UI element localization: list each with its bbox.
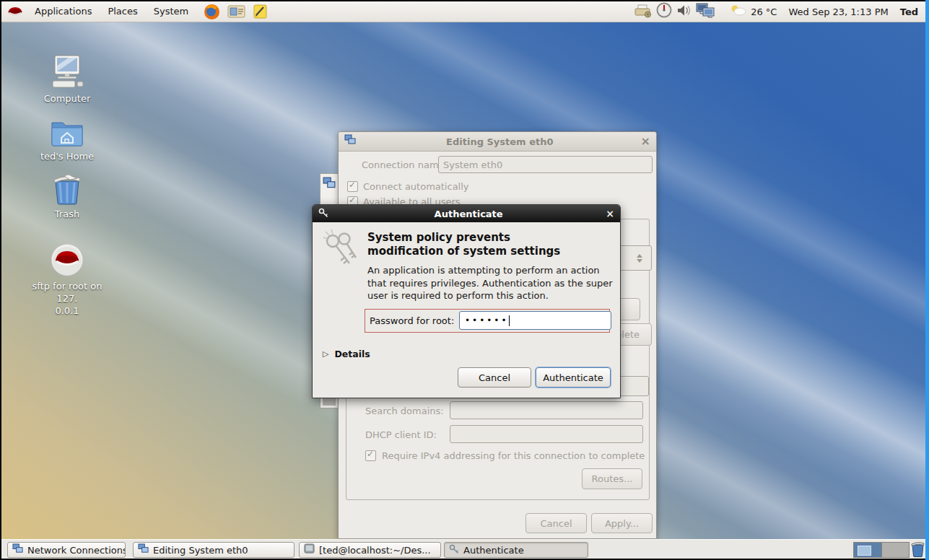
- desktop-icon-label: sftp for root on 127.: [24, 280, 110, 305]
- printer-icon[interactable]: [634, 3, 652, 21]
- taskbar-button-label: Network Connections: [27, 545, 126, 556]
- redhat-menu-icon[interactable]: [7, 4, 23, 19]
- taskbar-button-label: Authenticate: [463, 545, 524, 556]
- top-panel: Applications Places System: [1, 1, 925, 22]
- desktop-icon-label: Trash: [24, 208, 110, 220]
- taskbar-button-editing-system-eth0[interactable]: Editing System eth0: [133, 542, 295, 558]
- terminal-icon: [304, 543, 315, 556]
- desktop-icon-label: ted's Home: [24, 150, 110, 162]
- checkbox-checked-icon: [347, 181, 358, 192]
- temperature-label[interactable]: 26 °C: [751, 6, 777, 17]
- home-folder-icon: [50, 118, 84, 150]
- volume-icon[interactable]: [676, 4, 692, 20]
- network-icon: [323, 177, 336, 193]
- network-icon: [344, 134, 356, 149]
- auth-body-text: An application is attempting to perform …: [367, 264, 621, 302]
- desktop-icon-sftp[interactable]: sftp for root on 127. 0.0.1: [24, 242, 110, 317]
- search-domains-entry: [450, 401, 643, 419]
- clock-label[interactable]: Wed Sep 23, 1:13 PM: [788, 6, 888, 17]
- password-input[interactable]: ••••••: [459, 311, 611, 330]
- firefox-icon[interactable]: [204, 4, 220, 20]
- desktop-icon-home[interactable]: ted's Home: [24, 118, 110, 162]
- workspace-2[interactable]: [881, 543, 910, 557]
- authenticate-dialog: Authenticate × System policy prevents mo…: [312, 204, 621, 398]
- auth-titlebar[interactable]: Authenticate ×: [313, 205, 620, 222]
- workspace-window-thumb: [858, 546, 871, 556]
- auth-heading-line2: modification of system settings: [367, 245, 560, 258]
- taskbar: Network Connections Editing System eth0 …: [1, 539, 925, 559]
- user-menu[interactable]: Ted: [900, 6, 918, 17]
- routes-button-label: Routes...: [592, 473, 633, 484]
- password-row: Password for root: ••••••: [365, 309, 610, 333]
- dhcp-client-id-label: DHCP client ID:: [365, 429, 437, 440]
- auth-authenticate-label: Authenticate: [543, 372, 603, 383]
- trash-icon: [50, 172, 84, 208]
- keys-illustration-icon: [322, 228, 361, 273]
- monitors-icon[interactable]: [696, 2, 715, 22]
- taskbar-button-authenticate[interactable]: Authenticate: [444, 542, 588, 558]
- editor-titlebar[interactable]: Editing System eth0 ×: [339, 132, 656, 152]
- connect-automatically-row: Connect automatically: [347, 181, 469, 192]
- details-expander[interactable]: ▷ Details: [323, 349, 370, 359]
- password-label: Password for root:: [365, 315, 454, 326]
- editor-apply-label: Apply...: [605, 518, 639, 529]
- editor-cancel-label: Cancel: [540, 518, 572, 529]
- text-cursor: [509, 315, 510, 326]
- desktop-icon-trash[interactable]: Trash: [24, 172, 110, 220]
- weather-icon[interactable]: [730, 4, 746, 19]
- computer-icon: [47, 54, 87, 92]
- taskbar-button-label: [ted@localhost:~/Des...: [319, 545, 431, 556]
- trash-applet-icon[interactable]: [910, 541, 925, 560]
- require-ipv4-label: Require IPv4 addressing for this connect…: [382, 450, 645, 461]
- network-icon: [12, 543, 23, 556]
- editor-apply-button: Apply...: [591, 513, 653, 533]
- key-icon: [318, 207, 328, 221]
- connect-automatically-label: Connect automatically: [363, 181, 469, 192]
- require-ipv4-row: Require IPv4 addressing for this connect…: [365, 450, 645, 461]
- taskbar-button-terminal[interactable]: [ted@localhost:~/Des...: [299, 542, 441, 558]
- sftp-redhat-icon: [49, 242, 85, 280]
- auth-dialog-title: Authenticate: [331, 209, 606, 219]
- desktop-icon-label: Computer: [24, 92, 110, 105]
- connection-name-label: Connection name:: [362, 159, 448, 170]
- combo-arrows-icon: [637, 254, 647, 263]
- email-icon[interactable]: [227, 4, 245, 19]
- auth-cancel-button[interactable]: Cancel: [458, 367, 531, 388]
- auth-heading: System policy prevents modification of s…: [367, 231, 560, 258]
- password-value: ••••••: [465, 315, 508, 325]
- taskbar-button-label: Editing System eth0: [153, 545, 248, 556]
- workspace-1[interactable]: [854, 543, 881, 557]
- auth-heading-line1: System policy prevents: [367, 231, 560, 245]
- screen-right-edge: [925, 0, 929, 560]
- desktop-icon-label-line2: 0.0.1: [24, 305, 110, 317]
- taskbar-button-network-connections[interactable]: Network Connections: [7, 542, 126, 558]
- auth-close-button[interactable]: ×: [606, 208, 614, 219]
- menu-system[interactable]: System: [146, 1, 196, 22]
- connection-name-value: System eth0: [443, 159, 502, 170]
- screen: Computer ted's Home: [0, 0, 929, 560]
- checkbox-checked-icon: [365, 450, 376, 461]
- auth-cancel-label: Cancel: [479, 372, 510, 383]
- network-icon: [138, 543, 149, 556]
- search-domains-label: Search domains:: [365, 406, 444, 416]
- auth-authenticate-button[interactable]: Authenticate: [536, 367, 611, 388]
- dhcp-client-id-entry: [450, 425, 643, 443]
- editor-close-button[interactable]: ×: [641, 136, 650, 147]
- routes-button: Routes...: [582, 468, 642, 489]
- editor-window-title: Editing System eth0: [359, 136, 641, 147]
- gauge-icon[interactable]: [656, 2, 672, 21]
- menu-applications[interactable]: Applications: [27, 1, 100, 22]
- expander-triangle-icon: ▷: [323, 349, 328, 359]
- connection-name-entry: System eth0: [438, 156, 653, 173]
- notes-icon[interactable]: [253, 4, 268, 19]
- details-label: Details: [334, 349, 370, 359]
- editor-cancel-button: Cancel: [525, 513, 587, 533]
- menu-places[interactable]: Places: [100, 1, 145, 22]
- key-icon: [449, 544, 459, 556]
- workspace-switcher[interactable]: [853, 542, 910, 558]
- desktop-icon-computer[interactable]: Computer: [24, 54, 110, 105]
